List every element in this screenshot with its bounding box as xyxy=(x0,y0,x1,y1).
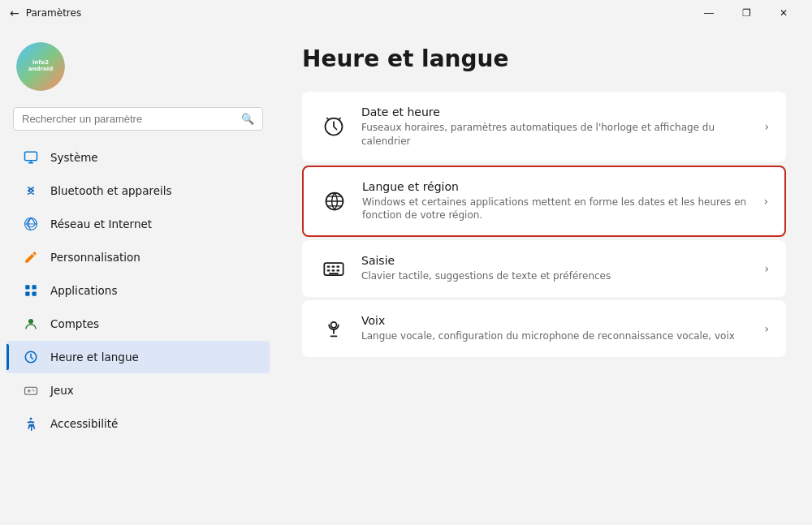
sidebar-item-heure-langue[interactable]: Heure et langue xyxy=(6,341,270,373)
voix-icon xyxy=(319,314,348,343)
settings-item-saisie: Saisie Clavier tactile, suggestions de t… xyxy=(303,241,785,296)
sidebar-item-label-systeme: Système xyxy=(50,151,98,164)
svg-rect-5 xyxy=(32,292,37,296)
svg-rect-4 xyxy=(25,292,29,296)
saisie-title: Saisie xyxy=(361,254,751,267)
sidebar-item-bluetooth[interactable]: Bluetooth et appareils xyxy=(6,174,270,207)
accounts-icon xyxy=(23,316,39,332)
settings-item-date-heure: Date et heure Fuseaux horaires, paramètr… xyxy=(303,93,785,161)
svg-point-6 xyxy=(28,319,33,324)
search-icon: 🔍 xyxy=(241,113,254,125)
settings-card-saisie[interactable]: Saisie Clavier tactile, suggestions de t… xyxy=(302,240,786,297)
sidebar-item-comptes[interactable]: Comptes xyxy=(6,308,270,340)
svg-rect-20 xyxy=(337,269,340,271)
langue-region-desc: Windows et certaines applications metten… xyxy=(362,196,750,223)
back-icon[interactable]: ← xyxy=(10,6,19,19)
voix-text: Voix Langue vocale, configuration du mic… xyxy=(361,314,751,343)
personalization-icon xyxy=(23,249,39,265)
svg-point-9 xyxy=(32,389,34,391)
sidebar-item-reseau[interactable]: Réseau et Internet xyxy=(6,208,270,240)
date-heure-icon xyxy=(319,112,348,141)
close-button[interactable]: ✕ xyxy=(765,0,802,26)
main-content: Heure et langue Date et heure Fuseaux ho… xyxy=(276,26,812,525)
voix-title: Voix xyxy=(361,314,751,327)
saisie-icon xyxy=(319,254,348,283)
saisie-desc: Clavier tactile, suggestions de texte et… xyxy=(361,269,751,283)
sidebar-item-label-bluetooth: Bluetooth et appareils xyxy=(50,184,172,197)
voix-chevron: › xyxy=(764,322,769,335)
maximize-button[interactable]: ❐ xyxy=(728,0,765,26)
svg-point-11 xyxy=(30,418,32,420)
date-heure-title: Date et heure xyxy=(361,105,751,118)
settings-card-voix[interactable]: Voix Langue vocale, configuration du mic… xyxy=(302,300,786,357)
sidebar-item-accessibilite[interactable]: Accessibilité xyxy=(6,407,270,440)
svg-rect-0 xyxy=(25,152,37,161)
date-heure-desc: Fuseaux horaires, paramètres automatique… xyxy=(361,121,751,148)
voix-desc: Langue vocale, configuration du micropho… xyxy=(361,329,751,343)
search-input[interactable] xyxy=(22,113,235,125)
sidebar-item-label-reseau: Réseau et Internet xyxy=(50,217,152,230)
applications-icon xyxy=(23,282,39,299)
settings-item-voix: Voix Langue vocale, configuration du mic… xyxy=(303,301,785,356)
minimize-button[interactable]: — xyxy=(690,0,728,26)
svg-point-10 xyxy=(33,390,35,392)
accessibility-icon xyxy=(23,415,39,432)
svg-rect-3 xyxy=(32,285,37,289)
app-body: info2android 🔍 Système xyxy=(0,26,812,525)
bluetooth-icon xyxy=(23,183,39,199)
network-icon xyxy=(23,216,39,232)
date-heure-chevron: › xyxy=(764,120,769,133)
avatar: info2android xyxy=(16,42,65,91)
sidebar-item-personnalisation[interactable]: Personnalisation xyxy=(6,241,270,273)
window-controls: — ❐ ✕ xyxy=(690,0,802,26)
profile-section: info2android xyxy=(0,32,276,104)
window-title: Paramètres xyxy=(26,7,690,19)
svg-rect-17 xyxy=(337,266,340,268)
svg-rect-19 xyxy=(332,269,335,271)
svg-rect-18 xyxy=(327,269,330,271)
langue-region-text: Langue et région Windows et certaines ap… xyxy=(362,180,750,223)
langue-region-title: Langue et région xyxy=(362,180,750,193)
settings-item-langue-region: Langue et région Windows et certaines ap… xyxy=(304,167,784,236)
sidebar-item-label-access: Accessibilité xyxy=(50,417,118,430)
sidebar-item-label-jeux: Jeux xyxy=(50,384,74,397)
sidebar-item-applications[interactable]: Applications xyxy=(6,274,270,307)
titlebar: ← Paramètres — ❐ ✕ xyxy=(0,0,812,26)
sidebar-item-label-perso: Personnalisation xyxy=(50,251,140,264)
avatar-image: info2android xyxy=(16,42,65,91)
svg-rect-8 xyxy=(25,387,37,394)
sidebar-item-label-apps: Applications xyxy=(50,284,117,297)
games-icon xyxy=(23,382,39,398)
svg-rect-15 xyxy=(327,266,330,268)
sidebar-item-label-comptes: Comptes xyxy=(50,317,99,330)
saisie-text: Saisie Clavier tactile, suggestions de t… xyxy=(361,254,751,283)
saisie-chevron: › xyxy=(764,262,769,275)
svg-rect-2 xyxy=(25,285,29,289)
sidebar-item-systeme[interactable]: Système xyxy=(6,141,270,174)
langue-region-chevron: › xyxy=(763,195,768,208)
sidebar-item-jeux[interactable]: Jeux xyxy=(6,374,270,407)
svg-rect-16 xyxy=(332,266,335,268)
svg-rect-21 xyxy=(329,273,339,274)
settings-card-langue-region[interactable]: Langue et région Windows et certaines ap… xyxy=(302,166,786,238)
nav-list: Système Bluetooth et appareils xyxy=(0,140,276,441)
page-title: Heure et langue xyxy=(302,45,786,72)
sidebar: info2android 🔍 Système xyxy=(0,26,276,525)
time-icon xyxy=(23,349,39,365)
svg-point-22 xyxy=(331,322,337,328)
date-heure-text: Date et heure Fuseaux horaires, paramètr… xyxy=(361,105,751,148)
settings-card-date-heure[interactable]: Date et heure Fuseaux horaires, paramètr… xyxy=(302,92,786,162)
langue-region-icon xyxy=(320,187,349,216)
system-icon xyxy=(23,149,39,166)
search-box[interactable]: 🔍 xyxy=(13,107,263,131)
sidebar-item-label-heure: Heure et langue xyxy=(50,351,139,364)
